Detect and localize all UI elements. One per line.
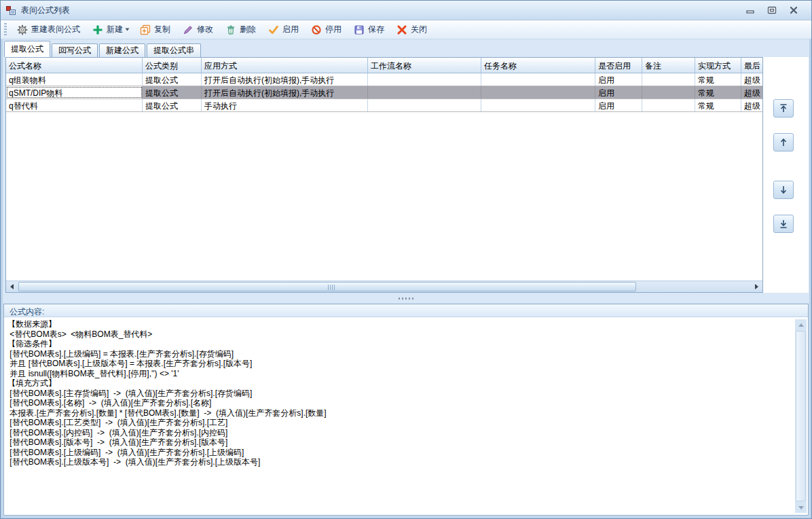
new-dropdown-caret[interactable] — [125, 22, 134, 38]
close-label: 关闭 — [411, 24, 427, 35]
tab-writeback-formula[interactable]: 回写公式 — [52, 43, 98, 57]
table-header-row: 公式名称 公式类别 应用方式 工作流名称 任务名称 是否启用 备注 实现方式 最… — [6, 58, 763, 73]
tab-extract-formula-chain[interactable]: 提取公式串 — [147, 43, 201, 57]
vertical-scrollbar-thumb[interactable] — [796, 331, 806, 501]
delete-label: 删除 — [240, 24, 256, 35]
disable-button[interactable]: 停用 — [305, 22, 348, 38]
cell-formula-type[interactable]: 提取公式 — [143, 73, 202, 86]
formula-line: [替代BOM表s].[内控码] -> (填入值)[生产齐套分析s].[内控码] — [7, 428, 792, 438]
scroll-right-arrow[interactable] — [751, 281, 762, 292]
rebuild-formulas-button[interactable]: 重建表间公式 — [11, 22, 86, 38]
maximize-button[interactable] — [764, 4, 780, 16]
cell-enabled[interactable]: 启用 — [595, 99, 642, 111]
tab-extract-formula[interactable]: 提取公式 — [4, 41, 50, 57]
trash-icon — [225, 24, 236, 35]
close-icon — [789, 6, 798, 14]
enable-label: 启用 — [282, 24, 299, 35]
modify-label: 修改 — [197, 24, 213, 35]
toolbar-grip[interactable] — [4, 23, 7, 37]
formula-line: 本报表.[生产齐套分析s].[数量] * [替代BOM表s].[数量] -> (… — [7, 408, 792, 418]
table-row[interactable]: q组装物料 提取公式 打开后自动执行(初始填报),手动执行 启用 常规 超级 — [6, 73, 763, 86]
move-up-button[interactable] — [773, 133, 794, 151]
delete-button[interactable]: 删除 — [219, 22, 262, 38]
floppy-save-icon — [354, 24, 365, 35]
column-header-last[interactable]: 最后 — [741, 58, 763, 73]
check-icon — [268, 24, 279, 35]
splitter-handle[interactable] — [3, 293, 809, 304]
cell-remark[interactable] — [642, 86, 695, 99]
cell-workflow-name[interactable] — [368, 99, 481, 111]
cell-formula-name[interactable]: qSMT/DIP物料 — [6, 86, 143, 99]
cell-apply-mode[interactable]: 打开后自动执行(初始填报),手动执行 — [202, 86, 368, 99]
arrow-down-icon — [778, 185, 789, 195]
formula-line: 并且 [替代BOM表s].[上级版本号] = 本报表.[生产齐套分析s].[版本… — [7, 359, 792, 369]
gear-icon — [17, 24, 28, 35]
column-header-apply-mode[interactable]: 应用方式 — [202, 58, 368, 73]
cell-apply-mode[interactable]: 手动执行 — [202, 99, 368, 111]
table-row-selected[interactable]: qSMT/DIP物料 提取公式 打开后自动执行(初始填报),手动执行 启用 常规… — [6, 86, 763, 99]
scroll-up-arrow[interactable] — [795, 319, 807, 330]
cell-formula-name[interactable]: q替代料 — [6, 99, 143, 111]
close-window-button[interactable]: 关闭 — [390, 22, 433, 38]
cell-remark[interactable] — [642, 73, 695, 86]
vertical-scrollbar[interactable] — [795, 319, 807, 513]
formula-line: <替代BOM表s> <物料BOM表_替代料> — [7, 329, 792, 340]
column-header-formula-name[interactable]: 公式名称 — [6, 58, 143, 73]
enable-button[interactable]: 启用 — [262, 22, 305, 38]
formula-line: 【筛选条件】 — [7, 339, 792, 349]
column-header-enabled[interactable]: 是否启用 — [595, 58, 642, 73]
copy-button[interactable]: 复制 — [134, 22, 177, 38]
save-label: 保存 — [368, 24, 384, 35]
minimize-icon — [745, 6, 755, 14]
move-to-bottom-button[interactable] — [773, 215, 794, 233]
column-header-impl-mode[interactable]: 实现方式 — [695, 58, 741, 73]
cell-task-name[interactable] — [481, 73, 595, 86]
column-header-remark[interactable]: 备注 — [642, 58, 695, 73]
formula-line: [替代BOM表s].[上级编码] -> (填入值)[生产齐套分析s].[上级编码… — [7, 448, 792, 458]
cell-impl-mode[interactable]: 常规 — [695, 73, 741, 86]
column-header-workflow-name[interactable]: 工作流名称 — [368, 58, 481, 73]
modify-button[interactable]: 修改 — [177, 22, 219, 38]
scrollbar-grip — [328, 285, 335, 290]
move-to-top-button[interactable] — [773, 99, 794, 118]
new-button[interactable]: 新建 — [86, 22, 129, 38]
forbidden-icon — [311, 24, 322, 35]
cell-last[interactable]: 超级 — [741, 99, 763, 111]
column-header-formula-type[interactable]: 公式类别 — [143, 58, 202, 73]
cell-impl-mode[interactable]: 常规 — [695, 99, 741, 111]
arrow-up-icon — [778, 137, 789, 147]
column-header-task-name[interactable]: 任务名称 — [481, 58, 595, 73]
table-row[interactable]: q替代料 提取公式 手动执行 启用 常规 超级 — [6, 99, 763, 112]
cell-workflow-name[interactable] — [368, 86, 481, 99]
close-button[interactable] — [786, 4, 802, 16]
cell-task-name[interactable] — [481, 99, 595, 111]
cell-formula-name[interactable]: q组装物料 — [6, 73, 143, 86]
cell-task-name[interactable] — [481, 86, 595, 99]
formula-line: [替代BOM表s].[名称] -> (填入值)[生产齐套分析s].[名称] — [7, 398, 792, 408]
horizontal-scrollbar[interactable] — [6, 281, 762, 292]
splitter-grip-icon — [399, 298, 414, 300]
reorder-panel — [763, 57, 809, 293]
cell-last[interactable]: 超级 — [741, 73, 763, 86]
cell-formula-type[interactable]: 提取公式 — [143, 86, 202, 99]
cell-enabled[interactable]: 启用 — [595, 73, 642, 86]
new-label: 新建 — [107, 24, 123, 35]
scroll-left-arrow[interactable] — [6, 281, 18, 292]
tab-new-formula[interactable]: 新建公式 — [99, 43, 145, 57]
cell-last[interactable]: 超级 — [741, 86, 763, 99]
horizontal-scrollbar-thumb[interactable] — [18, 282, 636, 291]
move-down-button[interactable] — [773, 181, 794, 199]
cell-formula-type[interactable]: 提取公式 — [143, 99, 202, 111]
cell-enabled[interactable]: 启用 — [595, 86, 642, 99]
cell-apply-mode[interactable]: 打开后自动执行(初始填报),手动执行 — [202, 73, 368, 86]
toolbar: 重建表间公式 新建 复制 修改 — [1, 20, 811, 39]
cell-workflow-name[interactable] — [368, 73, 481, 86]
minimize-button[interactable] — [742, 4, 758, 16]
copy-label: 复制 — [154, 24, 170, 35]
tabstrip: 提取公式 回写公式 新建公式 提取公式串 — [4, 39, 808, 57]
cell-remark[interactable] — [642, 99, 695, 111]
scroll-down-arrow[interactable] — [795, 502, 807, 513]
cell-impl-mode[interactable]: 常规 — [695, 86, 741, 99]
formula-line: 【数据来源】 — [7, 319, 792, 329]
save-button[interactable]: 保存 — [348, 22, 390, 38]
